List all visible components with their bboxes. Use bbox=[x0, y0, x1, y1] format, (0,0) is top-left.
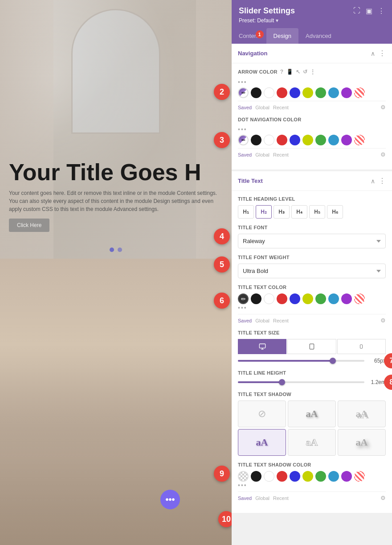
gear-dot[interactable]: ⚙ bbox=[380, 151, 386, 158]
desktop-size-btn[interactable] bbox=[238, 339, 286, 354]
shadow-outline[interactable]: aA bbox=[288, 429, 336, 456]
line-height-thumb[interactable] bbox=[279, 379, 285, 385]
swatch-blue-dot[interactable] bbox=[290, 135, 300, 145]
more-icon[interactable]: ⋮ bbox=[378, 7, 385, 15]
swatch-purple-arrow[interactable] bbox=[341, 87, 352, 98]
h1-btn[interactable]: H₁ bbox=[238, 205, 254, 219]
swatch-striped-text[interactable] bbox=[354, 293, 365, 304]
swatch-checker-shadow[interactable] bbox=[238, 471, 249, 482]
global-link-text[interactable]: Global bbox=[255, 318, 270, 323]
dots-menu-badge[interactable]: ••• bbox=[160, 490, 180, 509]
shadow-1[interactable]: aA bbox=[288, 400, 336, 427]
slider-cta-button[interactable]: Click Here bbox=[9, 219, 49, 232]
tablet-size-btn[interactable] bbox=[287, 339, 336, 354]
expand-icon[interactable]: ⛶ bbox=[353, 7, 360, 15]
h5-btn[interactable]: H₅ bbox=[309, 205, 325, 219]
swatch-white-dot[interactable] bbox=[264, 135, 274, 145]
recent-link-shadow[interactable]: Recent bbox=[273, 495, 289, 501]
reset-icon[interactable]: ↺ bbox=[303, 69, 307, 75]
saved-link-arrow[interactable]: Saved bbox=[238, 105, 252, 110]
title-more-icon[interactable]: ⋮ bbox=[379, 177, 386, 185]
swatch-green-arrow[interactable] bbox=[315, 87, 326, 98]
swatch-yg-arrow[interactable] bbox=[302, 87, 313, 98]
mobile-size-btn[interactable] bbox=[337, 339, 386, 354]
line-height-slider[interactable] bbox=[238, 381, 364, 383]
recent-link-text[interactable]: Recent bbox=[273, 318, 289, 323]
swatch-red-dot[interactable] bbox=[277, 135, 287, 145]
swatch-white-text[interactable] bbox=[264, 293, 274, 304]
h3-btn[interactable]: H₃ bbox=[274, 205, 290, 219]
color-dots-dot[interactable]: ••• bbox=[238, 126, 386, 133]
gear-shadow[interactable]: ⚙ bbox=[380, 495, 386, 501]
navigation-section-header[interactable]: Navigation ∧ ⋮ bbox=[232, 44, 392, 63]
swatch-purple-shadow[interactable] bbox=[341, 471, 352, 482]
title-text-section-header[interactable]: Title Text ∧ ⋮ bbox=[232, 171, 392, 191]
swatch-striped-shadow[interactable] bbox=[354, 471, 365, 482]
saved-link-dot[interactable]: Saved bbox=[238, 152, 252, 157]
swatch-white-shadow[interactable] bbox=[264, 471, 274, 482]
swatch-green-dot[interactable] bbox=[315, 135, 326, 145]
swatch-green-text[interactable] bbox=[315, 293, 326, 304]
dot-2[interactable] bbox=[118, 248, 122, 252]
swatch-red-text[interactable] bbox=[277, 293, 287, 304]
tab-advanced[interactable]: Advanced bbox=[298, 28, 339, 44]
global-link-shadow[interactable]: Global bbox=[255, 495, 270, 501]
swatch-striped-dot[interactable] bbox=[354, 135, 365, 145]
tab-design[interactable]: Design bbox=[266, 28, 298, 44]
tab-content[interactable]: Content 1 bbox=[232, 28, 266, 44]
global-link-arrow[interactable]: Global bbox=[255, 105, 270, 110]
swatch-black-dot[interactable] bbox=[251, 135, 261, 145]
cursor-icon[interactable]: ↖ bbox=[296, 69, 300, 75]
swatch-yg-shadow[interactable] bbox=[302, 471, 313, 482]
font-weight-select[interactable]: Ultra Bold Bold Regular bbox=[238, 264, 386, 278]
navigation-more-icon[interactable]: ⋮ bbox=[379, 49, 386, 58]
gear-arrow[interactable]: ⚙ bbox=[380, 104, 386, 111]
swatch-black-arrow[interactable] bbox=[251, 87, 261, 98]
shadow-2[interactable]: aA bbox=[338, 400, 386, 427]
shadow-active[interactable]: aA bbox=[238, 429, 286, 456]
text-size-slider[interactable] bbox=[238, 360, 364, 362]
h4-btn[interactable]: H₄ bbox=[291, 205, 307, 219]
title-collapse-icon[interactable]: ∧ bbox=[371, 178, 375, 185]
swatch-yg-dot[interactable] bbox=[302, 135, 313, 145]
recent-link-dot[interactable]: Recent bbox=[273, 152, 289, 157]
swatch-teal-shadow[interactable] bbox=[328, 471, 339, 482]
eyedropper-arrow[interactable]: ✏ bbox=[238, 87, 249, 98]
text-size-thumb[interactable] bbox=[330, 358, 336, 364]
color-dots-shadow[interactable]: ••• bbox=[238, 482, 386, 489]
swatch-blue-shadow[interactable] bbox=[290, 471, 300, 482]
dots-icon[interactable]: ⋮ bbox=[310, 69, 315, 75]
dot-1[interactable] bbox=[110, 248, 114, 252]
font-select[interactable]: Raleway Open Sans Roboto bbox=[238, 234, 386, 248]
swatch-striped-arrow[interactable] bbox=[354, 87, 365, 98]
arrow-color-help[interactable]: ? bbox=[280, 69, 284, 75]
collapse-icon[interactable]: ∧ bbox=[371, 50, 375, 57]
swatch-teal-dot[interactable] bbox=[328, 135, 339, 145]
global-link-dot[interactable]: Global bbox=[255, 152, 270, 157]
swatch-teal-text[interactable] bbox=[328, 293, 339, 304]
swatch-teal-arrow[interactable] bbox=[328, 87, 339, 98]
h6-btn[interactable]: H₆ bbox=[327, 205, 343, 219]
swatch-purple-text[interactable] bbox=[341, 293, 352, 304]
swatch-purple-dot[interactable] bbox=[341, 135, 352, 145]
swatch-blue-arrow[interactable] bbox=[290, 87, 300, 98]
swatch-black-text[interactable] bbox=[251, 293, 261, 304]
swatch-red-shadow[interactable] bbox=[277, 471, 287, 482]
swatch-green-shadow[interactable] bbox=[315, 471, 326, 482]
recent-link-arrow[interactable]: Recent bbox=[273, 105, 289, 110]
eyedropper-dot[interactable]: ✏ bbox=[238, 135, 249, 145]
swatch-black-shadow[interactable] bbox=[251, 471, 261, 482]
split-icon[interactable]: ▣ bbox=[366, 7, 372, 15]
color-dots-text[interactable]: ••• bbox=[238, 304, 386, 311]
swatch-red-arrow[interactable] bbox=[277, 87, 287, 98]
swatch-blue-text[interactable] bbox=[290, 293, 300, 304]
shadow-none[interactable]: ⊘ bbox=[238, 400, 286, 427]
color-dots-arrow[interactable]: ••• bbox=[238, 78, 386, 86]
saved-link-shadow[interactable]: Saved bbox=[238, 495, 252, 501]
gear-text-color[interactable]: ⚙ bbox=[380, 317, 386, 324]
saved-link-text[interactable]: Saved bbox=[238, 318, 252, 323]
swatch-white-arrow[interactable] bbox=[264, 87, 274, 98]
swatch-yg-text[interactable] bbox=[302, 293, 313, 304]
shadow-heavy[interactable]: aA bbox=[338, 429, 386, 456]
eyedropper-text-color[interactable]: ✏ bbox=[238, 293, 249, 304]
